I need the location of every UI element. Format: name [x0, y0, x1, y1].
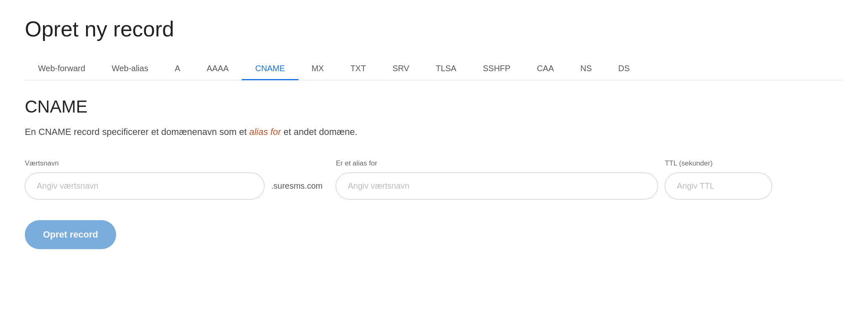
- ttl-input[interactable]: [665, 173, 772, 199]
- tab-cname[interactable]: CNAME: [242, 58, 298, 80]
- domain-suffix: .suresms.com: [265, 181, 329, 191]
- tab-caa[interactable]: CAA: [524, 58, 567, 80]
- alias-input[interactable]: [336, 173, 658, 199]
- tab-aaaa[interactable]: AAAA: [193, 58, 242, 80]
- description-prefix: En CNAME record specificerer et domænena…: [25, 127, 249, 137]
- tabs-container: Web-forward Web-alias A AAAA CNAME MX TX…: [25, 58, 843, 80]
- tab-tlsa[interactable]: TLSA: [422, 58, 470, 80]
- section-title: CNAME: [25, 97, 843, 117]
- tab-web-forward[interactable]: Web-forward: [25, 58, 98, 80]
- description-suffix: et andet domæne.: [281, 127, 358, 137]
- alias-label: Er et alias for: [336, 159, 658, 168]
- hostname-input[interactable]: [25, 173, 265, 199]
- form-row: Værtsnavn .suresms.com Er et alias for T…: [25, 159, 843, 199]
- ttl-group: TTL (sekunder): [665, 159, 772, 199]
- tab-txt[interactable]: TXT: [337, 58, 379, 80]
- hostname-group: Værtsnavn .suresms.com: [25, 159, 329, 199]
- tab-ds[interactable]: DS: [605, 58, 643, 80]
- tab-srv[interactable]: SRV: [379, 58, 422, 80]
- tabs-list: Web-forward Web-alias A AAAA CNAME MX TX…: [25, 58, 843, 80]
- description-alias: alias for: [249, 127, 281, 137]
- hostname-input-wrapper: .suresms.com: [25, 173, 329, 199]
- tab-sshfp[interactable]: SSHFP: [470, 58, 524, 80]
- tab-ns[interactable]: NS: [567, 58, 605, 80]
- tab-web-alias[interactable]: Web-alias: [98, 58, 162, 80]
- page-title: Opret ny record: [25, 17, 843, 41]
- section-description: En CNAME record specificerer et domænena…: [25, 125, 843, 139]
- tab-a[interactable]: A: [162, 58, 193, 80]
- ttl-label: TTL (sekunder): [665, 159, 772, 168]
- tab-mx[interactable]: MX: [298, 58, 337, 80]
- alias-group: Er et alias for: [336, 159, 658, 199]
- submit-button[interactable]: Opret record: [25, 220, 116, 249]
- hostname-label: Værtsnavn: [25, 159, 329, 168]
